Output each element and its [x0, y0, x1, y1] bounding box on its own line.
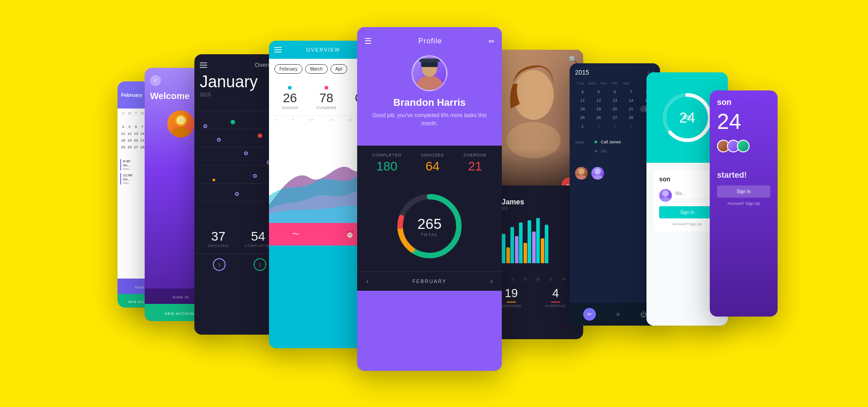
- svg-point-22: [660, 197, 671, 202]
- svg-point-1: [171, 128, 191, 137]
- screen5-top: ☰ Profile ✏ Brandon Harris Good job, you…: [357, 27, 502, 146]
- event-item-2: — Ma...: [575, 149, 655, 153]
- screen5-total-label: TOTAL: [417, 232, 441, 237]
- screen4-title: OVERVIEW: [306, 47, 340, 52]
- screen5-snoozed-num: 64: [421, 159, 444, 174]
- screen2-photo: [167, 110, 194, 137]
- tab-april[interactable]: Apr: [330, 64, 348, 74]
- screen1-month: February: [121, 92, 142, 98]
- signin-button[interactable]: Sign In: [717, 185, 770, 198]
- screen5-circle-chart: 265 TOTAL: [357, 181, 502, 271]
- screen5-overdue-label: OVERDUE: [463, 153, 487, 157]
- screen4-snoozed-num: 26: [282, 91, 298, 105]
- prev-month-button[interactable]: ‹: [366, 277, 368, 285]
- screen-profile-center: ☰ Profile ✏ Brandon Harris Good job, you…: [357, 27, 502, 371]
- screen6-date: Y 2015: [489, 206, 578, 211]
- screen5-completed-label: COMPLETED: [372, 153, 401, 157]
- screen4-completed-num: 78: [316, 91, 336, 105]
- screen8-circle: ✏ 24: [660, 90, 714, 145]
- screen-purple-right: son 24 started! Sign In Account? Sign Up: [710, 90, 778, 317]
- screen6-overdue-label: OVERDUE: [545, 304, 566, 308]
- svg-point-12: [513, 70, 554, 120]
- screen8-number: 24: [679, 109, 695, 126]
- screen3-snoozed-label: SNOOZED: [208, 244, 229, 248]
- screen3-completed-num: 54: [245, 229, 272, 244]
- screen5-completed-num: 180: [372, 159, 401, 174]
- pencil-icon[interactable]: ✏: [583, 308, 596, 321]
- screen6-name: ble James: [489, 198, 578, 206]
- screen4-completed-label: Completed: [316, 105, 336, 110]
- screen2-check-icon: ✓: [150, 75, 161, 86]
- screen9-number: 24: [717, 111, 770, 133]
- signup-link[interactable]: Account? Sign Up: [717, 201, 770, 206]
- edit-icon[interactable]: ✏: [489, 37, 495, 46]
- svg-point-14: [578, 168, 585, 175]
- screen3-icon-right[interactable]: ): [254, 258, 266, 271]
- screen5-overdue-num: 21: [463, 159, 487, 174]
- screen5-nav: ☰ Profile ✏: [364, 36, 495, 46]
- next-month-button[interactable]: ›: [491, 277, 493, 285]
- svg-rect-6: [419, 59, 440, 62]
- svg-point-3: [415, 76, 444, 91]
- signin-button[interactable]: Sign In: [659, 206, 715, 218]
- power-icon[interactable]: ⏻: [640, 311, 646, 318]
- screen7-year: 2015: [575, 69, 589, 76]
- screen2-newaccount[interactable]: NEW ACCOUNT: [165, 312, 197, 316]
- screen3-icon-left[interactable]: ): [213, 258, 226, 271]
- hamburger-icon[interactable]: [200, 62, 207, 68]
- screen6-snoozed-label: SNOOZED: [501, 304, 522, 308]
- tab-february[interactable]: February: [274, 64, 302, 74]
- screen2-signin[interactable]: SIGN IN: [173, 295, 189, 299]
- username-field[interactable]: Ma...: [675, 188, 715, 199]
- screen6-snoozed-num: 19: [501, 286, 522, 300]
- svg-point-16: [594, 168, 601, 175]
- screen9-started: started!: [717, 170, 770, 180]
- screen5-name: Brandon Harris: [364, 97, 495, 109]
- svg-point-21: [662, 190, 669, 197]
- login-title: son: [659, 175, 715, 183]
- event-item-1: 11am Call James: [575, 140, 655, 144]
- screen5-snoozed-label: SNOOZED: [421, 153, 444, 157]
- screen9-content: son 24 started! Sign In Account? Sign Up: [710, 90, 778, 213]
- screen5-desc: Good job, you've completed 6% more tasks…: [364, 111, 495, 128]
- screen3-snoozed-num: 37: [208, 229, 229, 244]
- menu-icon[interactable]: ☰: [364, 36, 372, 46]
- screen5-avatar: [411, 55, 448, 91]
- screen5-stats-row: COMPLETED 180 SNOOZED 64 OVERDUE 21: [357, 146, 502, 181]
- avatar-3: [737, 140, 750, 152]
- screens-container: February SMTWTFS 123 45678910 1112131415…: [118, 27, 750, 380]
- screen6-overdue-num: 4: [545, 286, 566, 300]
- clock-icon[interactable]: ⏰: [345, 230, 354, 239]
- svg-point-15: [576, 175, 587, 180]
- screen9-title: son: [717, 98, 770, 107]
- screen5-total-num: 265: [417, 216, 441, 232]
- tab-march[interactable]: March: [305, 64, 328, 74]
- screen4-hamburger[interactable]: [274, 47, 282, 52]
- screen5-completed-stat: COMPLETED 180: [372, 153, 401, 174]
- signup-link[interactable]: Account? Sign Up: [659, 222, 715, 226]
- svg-point-17: [592, 175, 603, 180]
- screen3-completed-label: COMPLETED: [245, 244, 272, 248]
- list-icon[interactable]: ≡: [616, 311, 620, 318]
- screen5-snoozed-stat: SNOOZED 64: [421, 153, 444, 174]
- screen5-title: Profile: [418, 37, 442, 45]
- search-icon[interactable]: 🔍: [569, 55, 578, 64]
- wave-icon[interactable]: 〜: [292, 230, 299, 239]
- svg-point-2: [176, 116, 185, 125]
- screen4-snoozed-label: Snoozed: [282, 105, 298, 110]
- screen5-month: FEBRUARY: [412, 279, 447, 284]
- screen5-overdue-stat: OVERDUE 21: [463, 153, 487, 174]
- screen5-footer: ‹ FEBRUARY ›: [357, 271, 502, 291]
